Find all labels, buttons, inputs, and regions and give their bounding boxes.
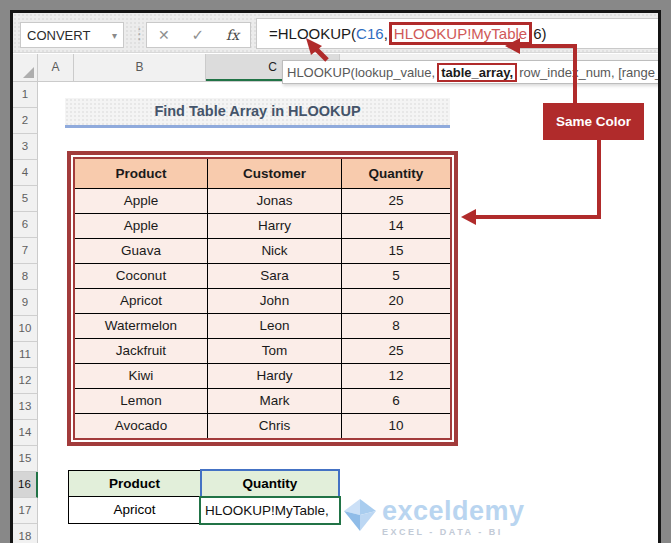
column-header-b[interactable]: B [74,54,206,81]
cell-customer[interactable]: Chris [208,414,342,438]
page-title: Find Table Array in HLOOKUP [65,98,450,128]
cell-customer[interactable]: John [208,289,342,314]
lookup-header-product[interactable]: Product [68,470,201,497]
row-header[interactable]: 2 [13,108,38,134]
column-header-a[interactable]: A [38,54,74,81]
table-row: Jackfruit Tom 25 [75,339,450,364]
cell-product[interactable]: Jackfruit [75,339,208,364]
table-row: Avocado Chris 10 [75,414,450,438]
table-row: Guava Nick 15 [75,239,450,264]
row-header[interactable]: 14 [13,420,38,446]
cell-quantity[interactable]: 20 [342,289,450,314]
exceldemy-logo-icon [343,498,377,532]
cell-product[interactable]: Apricot [75,289,208,314]
cell-quantity[interactable]: 25 [342,189,450,214]
row-header[interactable]: 18 [13,524,38,543]
cell-customer[interactable]: Tom [208,339,342,364]
row-header[interactable]: 12 [13,368,38,394]
watermark-tagline: EXCEL - DATA - BI [382,527,525,537]
table-row: Watermelon Leon 8 [75,314,450,339]
cell-customer[interactable]: Harry [208,214,342,239]
main-table-header-row: Product Customer Quantity [75,159,450,189]
row-header[interactable]: 17 [13,498,38,524]
formula-bar-resizer[interactable]: ⋮ [132,24,147,44]
formula-separator: , [384,25,388,42]
watermark-brand: exceldemy [382,498,525,524]
row-header[interactable]: 10 [13,316,38,342]
main-table-body: Apple Jonas 25 Apple Harry 14 Guava Nick… [75,189,450,438]
main-table: Product Customer Quantity Apple Jonas 25… [73,157,452,440]
row-header[interactable]: 8 [13,264,38,290]
cell-product[interactable]: Avocado [75,414,208,438]
tooltip-prefix: HLOOKUP(lookup_value, [287,65,435,80]
header-customer[interactable]: Customer [208,159,342,189]
cell-quantity[interactable]: 8 [342,314,450,339]
row-header[interactable]: 16 [13,472,38,498]
arrow-left-icon [461,209,476,225]
function-argument-tooltip: HLOOKUP(lookup_value, table_array, row_i… [282,60,661,84]
main-table-red-frame: Product Customer Quantity Apple Jonas 25… [67,151,458,446]
formula-buttons: ✕ ✓ fx [146,22,251,48]
cell-quantity[interactable]: 5 [342,264,450,289]
cell-customer[interactable]: Hardy [208,364,342,389]
cell-quantity[interactable]: 15 [342,239,450,264]
name-box[interactable]: CONVERT ▾ [20,22,124,48]
table-row: Apple Harry 14 [75,214,450,239]
cell-quantity[interactable]: 12 [342,364,450,389]
cell-product[interactable]: Apple [75,214,208,239]
row-header[interactable]: 5 [13,186,38,212]
formula-bar-strip: CONVERT ▾ ⋮ ✕ ✓ fx =HLOOKUP(C16,HLOOKUP!… [13,13,661,53]
formula-ref-c16: C16 [356,25,384,42]
cell-product[interactable]: Lemon [75,389,208,414]
cell-product[interactable]: Coconut [75,264,208,289]
header-quantity[interactable]: Quantity [342,159,450,189]
cell-product[interactable]: Kiwi [75,364,208,389]
cell-customer[interactable]: Jonas [208,189,342,214]
row-header[interactable]: 6 [13,212,38,238]
same-color-badge: Same Color [543,103,644,140]
select-all-icon [23,67,34,78]
cell-product[interactable]: Guava [75,239,208,264]
insert-function-icon[interactable]: fx [226,27,239,43]
table-row: Kiwi Hardy 12 [75,364,450,389]
row-header[interactable]: 9 [13,290,38,316]
cell-customer[interactable]: Nick [208,239,342,264]
row-header[interactable]: 4 [13,160,38,186]
table-row: Coconut Sara 5 [75,264,450,289]
chevron-down-icon[interactable]: ▾ [112,30,117,41]
lookup-header-quantity[interactable]: Quantity [200,469,340,498]
formula-suffix: 6) [533,25,546,42]
tooltip-suffix: row_index_num, [range_lookup]) [519,65,661,80]
row-header-column: 123456789101112131415161718 [13,82,38,543]
formula-input[interactable]: =HLOOKUP(C16,HLOOKUP!MyTable6) [256,18,661,49]
cell-quantity[interactable]: 6 [342,389,450,414]
table-row: Apricot John 20 [75,289,450,314]
row-header[interactable]: 1 [13,82,38,108]
cell-quantity[interactable]: 25 [342,339,450,364]
cell-quantity[interactable]: 14 [342,214,450,239]
row-header[interactable]: 7 [13,238,38,264]
enter-icon[interactable]: ✓ [192,26,205,44]
cell-quantity[interactable]: 10 [342,414,450,438]
header-product[interactable]: Product [75,159,208,189]
watermark: exceldemy EXCEL - DATA - BI [343,498,525,537]
cell-product[interactable]: Apple [75,189,208,214]
row-header[interactable]: 15 [13,446,38,472]
cancel-icon[interactable]: ✕ [158,27,170,43]
formula-table-array-highlight: HLOOKUP!MyTable [389,22,532,45]
table-row: Apple Jonas 25 [75,189,450,214]
select-all-button[interactable] [13,54,38,81]
cell-customer[interactable]: Sara [208,264,342,289]
cell-customer[interactable]: Leon [208,314,342,339]
tooltip-table-array-highlight: table_array, [437,63,517,82]
row-header[interactable]: 13 [13,394,38,420]
formula-prefix: =HLOOKUP( [269,25,356,42]
row-header[interactable]: 11 [13,342,38,368]
row-header[interactable]: 3 [13,134,38,160]
name-box-value: CONVERT [27,28,90,43]
excel-screenshot: exceldemy EXCEL - DATA - BI CONVERT ▾ ⋮ … [10,10,661,543]
cell-customer[interactable]: Mark [208,389,342,414]
cell-in-edit-mode[interactable]: HLOOKUP!MyTable, [199,496,341,525]
lookup-cell-product[interactable]: Apricot [68,496,201,524]
cell-product[interactable]: Watermelon [75,314,208,339]
